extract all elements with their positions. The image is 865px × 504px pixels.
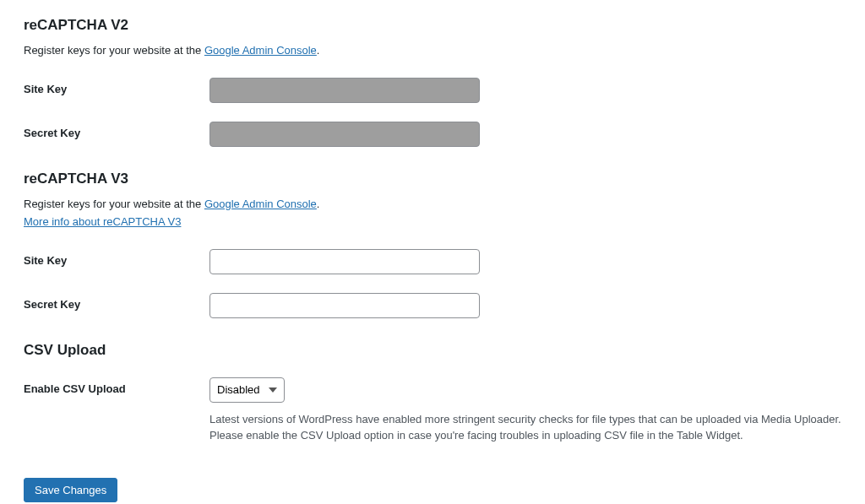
recaptcha-v2-heading: reCAPTCHA V2 [24,17,841,34]
recaptcha-v3-more-link[interactable]: More info about reCAPTCHA V3 [24,214,181,230]
v3-secret-key-label: Secret Key [24,293,209,311]
v3-site-key-label: Site Key [24,249,209,267]
csv-enable-label: Enable CSV Upload [24,377,209,395]
submit-row: Save Changes [24,478,841,502]
v3-secret-key-input[interactable] [209,293,480,318]
csv-upload-section: CSV Upload Enable CSV Upload Disabled La… [24,342,841,444]
csv-help-text: Latest versions of WordPress have enable… [209,411,841,444]
v3-secret-key-row: Secret Key [24,293,841,318]
recaptcha-v2-desc: Register keys for your website at the Go… [24,42,841,59]
csv-upload-heading: CSV Upload [24,342,841,359]
v2-secret-key-label: Secret Key [24,122,209,139]
csv-enable-row: Enable CSV Upload Disabled Latest versio… [24,377,841,444]
recaptcha-v2-section: reCAPTCHA V2 Register keys for your webs… [24,17,841,147]
v3-site-key-row: Site Key [24,249,841,274]
csv-enable-select[interactable]: Disabled [209,377,285,403]
save-changes-button[interactable]: Save Changes [24,478,117,502]
recaptcha-v3-section: reCAPTCHA V3 Register keys for your webs… [24,171,841,318]
recaptcha-v3-heading: reCAPTCHA V3 [24,171,841,187]
recaptcha-v3-desc: Register keys for your website at the Go… [24,196,841,230]
v2-site-key-input[interactable] [209,78,480,103]
v2-site-key-label: Site Key [24,78,209,95]
v3-site-key-input[interactable] [209,249,480,274]
v2-secret-key-row: Secret Key [24,122,841,147]
v2-secret-key-input[interactable] [209,122,480,147]
v2-site-key-row: Site Key [24,78,841,103]
google-admin-console-link-v2[interactable]: Google Admin Console [204,44,317,57]
google-admin-console-link-v3[interactable]: Google Admin Console [204,198,317,210]
